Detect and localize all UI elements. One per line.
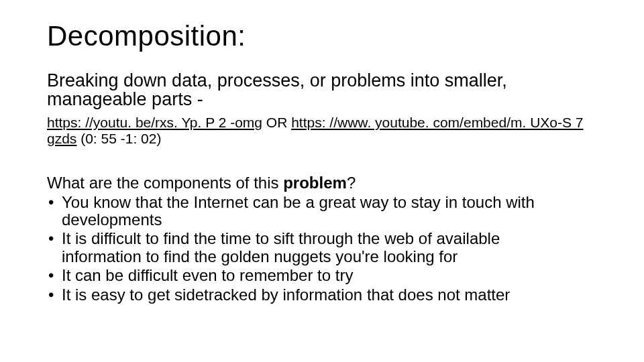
slide-subtitle: Breaking down data, processes, or proble…: [47, 71, 600, 109]
video-link-1[interactable]: https: //youtu. be/rxs. Yp. P 2 -omg: [47, 115, 262, 130]
question-bold: problem: [283, 174, 347, 192]
bullet-list: You know that the Internet can be a grea…: [47, 194, 600, 304]
subtitle-line-1: Breaking down data, processes, or proble…: [47, 70, 507, 90]
list-item: You know that the Internet can be a grea…: [47, 194, 600, 229]
bullet-text-cont: information to find the golden nuggets y…: [62, 247, 458, 265]
video-timestamp: (0: 55 -1: 02): [76, 131, 161, 146]
bullet-text: It is easy to get sidetracked by informa…: [62, 286, 510, 304]
list-item: It can be difficult even to remember to …: [47, 267, 600, 284]
slide: Decomposition: Breaking down data, proce…: [0, 0, 644, 362]
list-item: It is difficult to find the time to sift…: [47, 230, 600, 265]
bullet-text: You know that the Internet can be a grea…: [62, 193, 535, 211]
list-item: It is easy to get sidetracked by informa…: [47, 286, 600, 304]
question-prefix: What are the components of this: [47, 174, 283, 192]
question-text: What are the components of this problem?: [47, 174, 600, 192]
bullet-text-cont: developments: [62, 210, 162, 229]
question-suffix: ?: [347, 174, 356, 192]
bullet-text: It is difficult to find the time to sift…: [62, 229, 500, 247]
slide-title: Decomposition:: [47, 20, 600, 52]
subtitle-line-2: manageable parts -: [47, 89, 203, 109]
bullet-text: It can be difficult even to remember to …: [62, 266, 353, 284]
or-separator: OR: [262, 115, 291, 130]
reference-links: https: //youtu. be/rxs. Yp. P 2 -omg OR …: [47, 115, 600, 147]
